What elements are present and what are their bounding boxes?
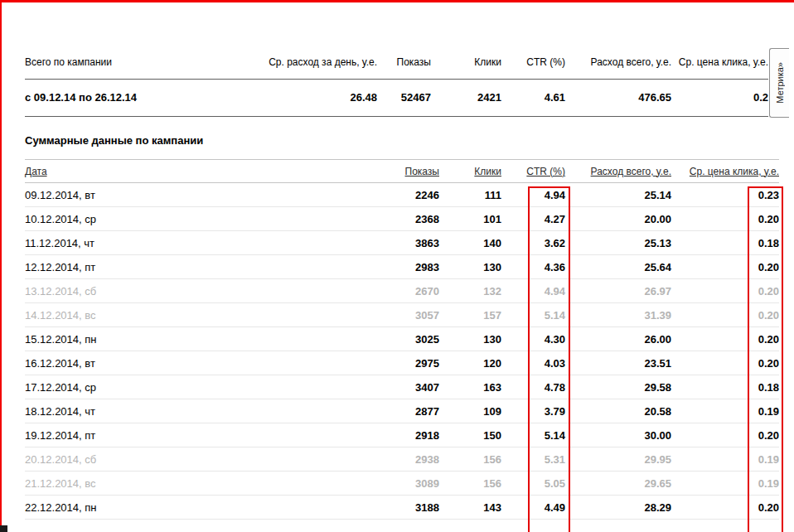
summary-data-row: с 09.12.14 по 26.12.14 26.48 52467 2421 … bbox=[25, 79, 768, 116]
summary-ctr-value: 4.61 bbox=[501, 79, 565, 116]
daily-table-body: 09.12.2014, вт 2246 111 4.94 25.14 0.23 … bbox=[25, 183, 779, 520]
row-ctr: 4.03 bbox=[501, 351, 565, 375]
row-impressions: 3407 bbox=[274, 375, 439, 399]
summary-clicks-value: 2421 bbox=[431, 79, 501, 116]
row-cpc: 0.18 bbox=[671, 375, 779, 399]
row-clicks: 143 bbox=[439, 496, 501, 520]
table-row: 18.12.2014, чт 2877 109 3.79 20.58 0.19 bbox=[25, 399, 779, 423]
row-ctr: 5.14 bbox=[501, 303, 565, 327]
row-cpc: 0.19 bbox=[671, 472, 779, 496]
summary-col-total-cost: Расход всего, у.е. bbox=[565, 46, 671, 79]
row-ctr: 5.05 bbox=[501, 472, 565, 496]
campaign-summary-table: Всего по кампании Ср. расход за день, у.… bbox=[25, 46, 768, 117]
row-ctr: 4.49 bbox=[501, 496, 565, 520]
row-cost: 30.00 bbox=[565, 423, 671, 447]
row-ctr: 4.30 bbox=[501, 327, 565, 351]
row-clicks: 132 bbox=[439, 279, 501, 303]
summary-avg-cpc-value: 0.2 bbox=[671, 79, 768, 116]
row-cpc: 0.18 bbox=[671, 231, 779, 255]
row-date: 12.12.2014, пт bbox=[25, 255, 274, 279]
table-row: 15.12.2014, пн 3025 130 4.30 26.00 0.20 bbox=[25, 327, 779, 351]
row-ctr: 4.78 bbox=[501, 375, 565, 399]
table-row: 10.12.2014, ср 2368 101 4.27 20.00 0.20 bbox=[25, 207, 779, 231]
row-ctr: 4.36 bbox=[501, 255, 565, 279]
row-date: 21.12.2014, вс bbox=[25, 472, 274, 496]
row-ctr: 4.94 bbox=[501, 183, 565, 207]
summary-col-total-label: Всего по кампании bbox=[25, 46, 249, 79]
row-clicks: 120 bbox=[439, 351, 501, 375]
row-impressions: 3863 bbox=[274, 231, 439, 255]
row-impressions: 3057 bbox=[274, 303, 439, 327]
row-ctr: 3.79 bbox=[501, 399, 565, 423]
table-row: 11.12.2014, чт 3863 140 3.62 25.13 0.18 bbox=[25, 231, 779, 255]
row-ctr: 4.94 bbox=[501, 279, 565, 303]
row-cost: 29.65 bbox=[565, 472, 671, 496]
row-cost: 25.64 bbox=[565, 255, 671, 279]
row-cpc: 0.20 bbox=[671, 255, 779, 279]
row-cpc: 0.20 bbox=[671, 496, 779, 520]
table-row: 17.12.2014, ср 3407 163 4.78 29.58 0.18 bbox=[25, 375, 779, 399]
row-impressions: 2918 bbox=[274, 423, 439, 447]
row-date: 09.12.2014, вт bbox=[25, 183, 274, 207]
summary-col-ctr: CTR (%) bbox=[501, 46, 565, 79]
campaign-statistics-page: Всего по кампании Ср. расход за день, у.… bbox=[0, 0, 794, 532]
row-date: 11.12.2014, чт bbox=[25, 231, 274, 255]
row-cost: 20.58 bbox=[565, 399, 671, 423]
table-row: 20.12.2014, сб 2938 156 5.31 29.95 0.19 bbox=[25, 447, 779, 472]
summary-col-avg-daily-cost: Ср. расход за день, у.е. bbox=[249, 46, 377, 79]
table-row: 16.12.2014, вт 2975 120 4.03 23.51 0.20 bbox=[25, 351, 779, 375]
row-cost: 28.29 bbox=[565, 496, 671, 520]
table-row: 09.12.2014, вт 2246 111 4.94 25.14 0.23 bbox=[25, 183, 779, 207]
daily-stats-table: Дата Показы Клики CTR (%) Расход всего, … bbox=[25, 159, 779, 520]
daily-col-ctr[interactable]: CTR (%) bbox=[526, 166, 565, 177]
row-date: 13.12.2014, сб bbox=[25, 279, 274, 303]
row-impressions: 2938 bbox=[274, 447, 439, 472]
table-row: 13.12.2014, сб 2670 132 4.94 26.97 0.20 bbox=[25, 279, 779, 303]
row-cpc: 0.20 bbox=[671, 279, 779, 303]
row-impressions: 3025 bbox=[274, 327, 439, 351]
row-date: 15.12.2014, пн bbox=[25, 327, 274, 351]
screenshot-corner-mark bbox=[0, 525, 7, 532]
row-cost: 25.13 bbox=[565, 231, 671, 255]
row-clicks: 109 bbox=[439, 399, 501, 423]
row-impressions: 2983 bbox=[274, 255, 439, 279]
row-cost: 20.00 bbox=[565, 207, 671, 231]
daily-col-clicks[interactable]: Клики bbox=[474, 166, 501, 177]
row-clicks: 150 bbox=[439, 423, 501, 447]
row-impressions: 3089 bbox=[274, 472, 439, 496]
summary-impressions-value: 52467 bbox=[377, 79, 431, 116]
row-date: 17.12.2014, ср bbox=[25, 375, 274, 399]
metrika-tab-label: Метрика» bbox=[775, 62, 785, 104]
summary-header-row: Всего по кампании Ср. расход за день, у.… bbox=[25, 46, 768, 79]
row-cost: 26.97 bbox=[565, 279, 671, 303]
table-row: 19.12.2014, пт 2918 150 5.14 30.00 0.20 bbox=[25, 423, 779, 447]
row-impressions: 3188 bbox=[274, 496, 439, 520]
summary-col-clicks: Клики bbox=[431, 46, 501, 79]
row-cost: 23.51 bbox=[565, 351, 671, 375]
daily-col-total-cost[interactable]: Расход всего, у.е. bbox=[591, 166, 671, 177]
summary-col-impressions: Показы bbox=[377, 46, 431, 79]
daily-col-impressions[interactable]: Показы bbox=[405, 166, 439, 177]
row-clicks: 156 bbox=[439, 447, 501, 472]
row-date: 10.12.2014, ср bbox=[25, 207, 274, 231]
row-date: 22.12.2014, пн bbox=[25, 496, 274, 520]
row-cpc: 0.19 bbox=[671, 399, 779, 423]
section-title: Суммарные данные по кампании bbox=[25, 134, 203, 147]
row-ctr: 5.31 bbox=[501, 447, 565, 472]
row-cost: 25.14 bbox=[565, 183, 671, 207]
row-impressions: 2368 bbox=[274, 207, 439, 231]
row-clicks: 111 bbox=[439, 183, 501, 207]
row-clicks: 163 bbox=[439, 375, 501, 399]
row-clicks: 130 bbox=[439, 327, 501, 351]
row-cost: 29.58 bbox=[565, 375, 671, 399]
row-clicks: 156 bbox=[439, 472, 501, 496]
daily-col-avg-cpc[interactable]: Ср. цена клика, у.е. bbox=[690, 166, 779, 177]
row-date: 20.12.2014, сб bbox=[25, 447, 274, 472]
metrika-tab[interactable]: Метрика» bbox=[769, 48, 789, 118]
row-cpc: 0.20 bbox=[671, 303, 779, 327]
row-ctr: 5.14 bbox=[501, 423, 565, 447]
daily-col-date[interactable]: Дата bbox=[25, 166, 47, 177]
summary-total-cost-value: 476.65 bbox=[565, 79, 671, 116]
row-cost: 31.39 bbox=[565, 303, 671, 327]
row-date: 19.12.2014, пт bbox=[25, 423, 274, 447]
